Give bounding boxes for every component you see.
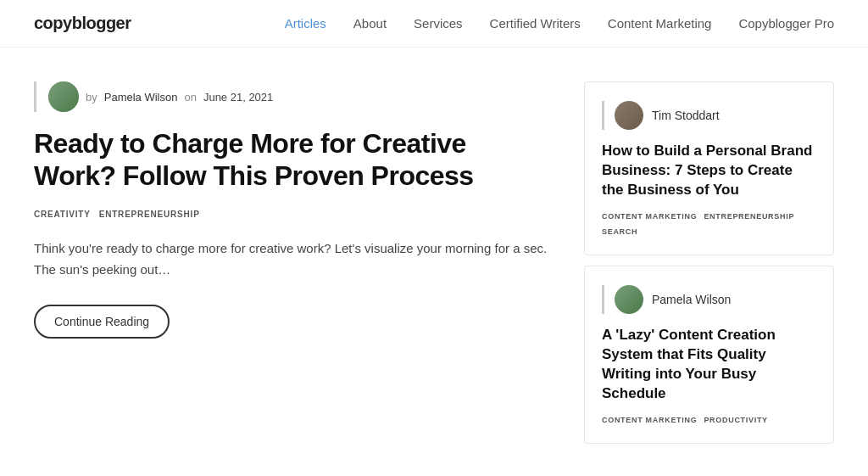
tag-entrepreneurship[interactable]: ENTREPRENEURSHIP <box>99 210 200 219</box>
sidebar: Tim Stoddart How to Build a Personal Bra… <box>584 81 834 444</box>
nav-certified-writers[interactable]: Certified Writers <box>490 16 581 31</box>
sidebar-tag-2-1[interactable]: PRODUCTIVITY <box>704 416 767 424</box>
article-title: Ready to Charge More for Creative Work? … <box>34 127 550 193</box>
on-label: on <box>184 91 196 104</box>
sidebar-author-1[interactable]: Tim Stoddart <box>652 109 720 122</box>
sidebar-card-1-meta: Tim Stoddart <box>602 101 816 130</box>
avatar <box>48 81 79 112</box>
nav-services[interactable]: Services <box>414 16 463 31</box>
site-header: copyblogger Articles About Services Cert… <box>0 0 868 48</box>
article-meta: by Pamela Wilson on June 21, 2021 <box>34 81 550 112</box>
sidebar-author-2[interactable]: Pamela Wilson <box>652 293 731 306</box>
nav-content-marketing[interactable]: Content Marketing <box>608 16 712 31</box>
article-section: by Pamela Wilson on June 21, 2021 Ready … <box>34 81 550 444</box>
publish-date: June 21, 2021 <box>203 91 273 104</box>
sidebar-card-2-meta: Pamela Wilson <box>602 285 816 314</box>
sidebar-card-2: Pamela Wilson A 'Lazy' Content Creation … <box>584 266 834 444</box>
sidebar-tag-1-2[interactable]: SEARCH <box>602 227 637 236</box>
continue-reading-button[interactable]: Continue Reading <box>34 305 170 339</box>
main-layout: by Pamela Wilson on June 21, 2021 Ready … <box>0 48 868 476</box>
site-logo[interactable]: copyblogger <box>34 14 131 33</box>
nav-articles[interactable]: Articles <box>285 16 326 31</box>
sidebar-tags-2: CONTENT MARKETING PRODUCTIVITY <box>602 416 816 424</box>
sidebar-tag-2-0[interactable]: CONTENT MARKETING <box>602 416 697 424</box>
nav-copyblogger-pro[interactable]: Copyblogger Pro <box>738 16 834 31</box>
by-label: by <box>86 91 97 104</box>
main-nav: Articles About Services Certified Writer… <box>285 16 834 31</box>
avatar-image <box>48 81 79 112</box>
sidebar-avatar-tim <box>615 101 643 130</box>
sidebar-tag-1-0[interactable]: CONTENT MARKETING <box>602 212 697 221</box>
article-excerpt: Think you're ready to charge more for cr… <box>34 238 550 281</box>
article-tags: CREATIVITY ENTREPRENEURSHIP <box>34 210 550 219</box>
sidebar-tag-1-1[interactable]: ENTREPRENEURSHIP <box>704 212 794 221</box>
tag-creativity[interactable]: CREATIVITY <box>34 210 91 219</box>
sidebar-card-1: Tim Stoddart How to Build a Personal Bra… <box>584 81 834 255</box>
nav-about[interactable]: About <box>353 16 387 31</box>
sidebar-tags-1: CONTENT MARKETING ENTREPRENEURSHIP SEARC… <box>602 212 816 236</box>
sidebar-avatar-pamela <box>615 285 643 314</box>
sidebar-title-1[interactable]: How to Build a Personal Brand Business: … <box>602 142 816 200</box>
author-name[interactable]: Pamela Wilson <box>104 91 178 104</box>
sidebar-title-2[interactable]: A 'Lazy' Content Creation System that Fi… <box>602 326 816 404</box>
